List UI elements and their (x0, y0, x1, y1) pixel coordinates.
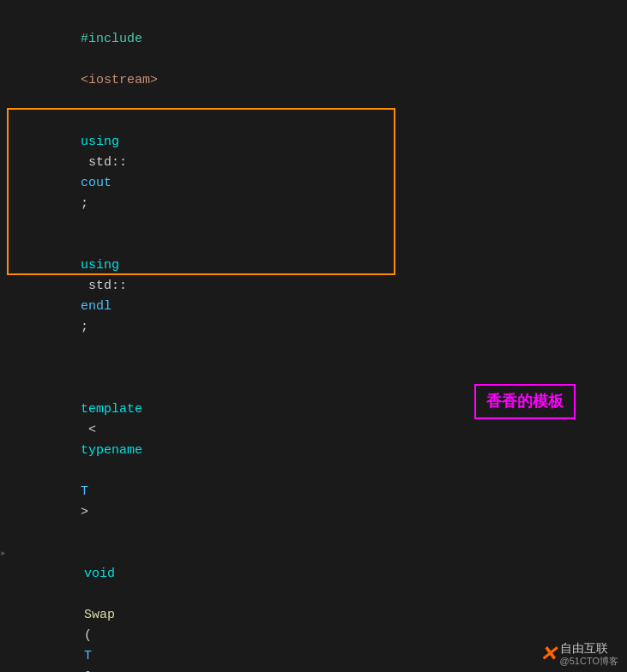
line-text: using std:: cout ; (10, 111, 618, 235)
watermark-x-icon: ✕ (540, 638, 557, 670)
watermark: ✕ 自由互联 @51CTO博客 (540, 638, 618, 670)
code-line-4 (0, 358, 627, 379)
line-text: #include <iostream> (10, 9, 618, 111)
code-lines: #include <iostream> using std:: cout ; u… (0, 9, 627, 672)
code-editor: #include <iostream> using std:: cout ; u… (0, 0, 627, 672)
watermark-sub: @51CTO博客 (560, 656, 618, 667)
code-line-2: using std:: cout ; (0, 111, 627, 235)
line-text: void Swap ( T & left , T & right ) (14, 543, 618, 672)
code-line-1: #include <iostream> (0, 9, 627, 111)
line-text: using std:: endl ; (10, 235, 618, 358)
preprocessor-keyword: #include (81, 32, 142, 46)
annotation-box: 香香的模板 (474, 384, 576, 419)
fold-indicator[interactable]: ▸ (0, 545, 10, 563)
annotation-text: 香香的模板 (486, 393, 564, 410)
code-line-6: ▸ void Swap ( T & left , T & right ) (0, 543, 627, 672)
code-line-3: using std:: endl ; (0, 235, 627, 358)
watermark-brand: 自由互联 (560, 641, 618, 656)
